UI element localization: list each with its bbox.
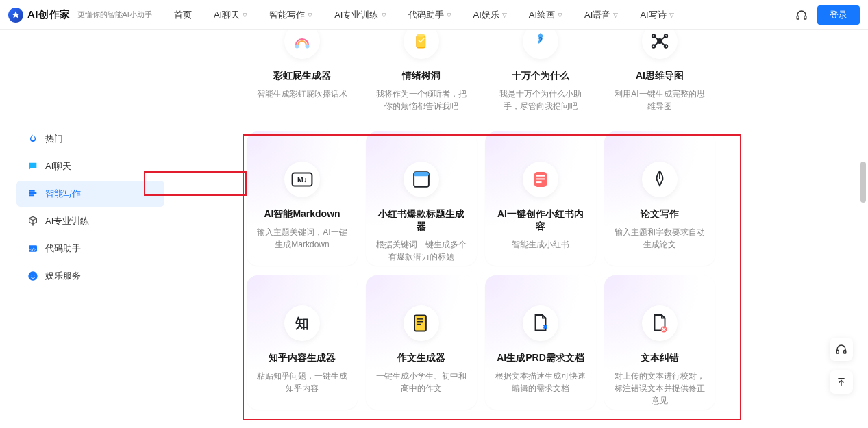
logo-icon (8, 8, 23, 23)
nav-item-5[interactable]: AI娱乐▽ (464, 5, 517, 25)
card-row1-3[interactable]: AI思维导图利用AI一键生成完整的思维导图 (604, 30, 715, 122)
sidebar-item-label: 智能写作 (45, 188, 81, 200)
sidebar-item-3[interactable]: AI专业训练 (16, 208, 164, 234)
card-desc: 输入主题关键词，AI一键生成Markdown (255, 226, 349, 251)
mindmap-icon (642, 30, 678, 59)
svg-rect-24 (414, 172, 429, 176)
svg-text:知: 知 (295, 316, 309, 331)
svg-rect-0 (797, 16, 799, 19)
nav-item-6[interactable]: AI绘画▽ (519, 5, 572, 25)
card-desc: 对上传的文本进行校对，标注错误文本并提供修正意见 (612, 370, 707, 407)
chevron-down-icon: ▽ (669, 12, 674, 18)
card-desc: 一键生成小学生、初中和高中的作文 (374, 370, 469, 394)
sidebar-item-label: AI聊天 (45, 160, 71, 173)
card-row2-0[interactable]: M↓AI智能Markdown输入主题关键词，AI一键生成Markdown (247, 131, 358, 266)
markdown-icon: M↓ (284, 162, 320, 197)
sidebar-item-label: 热门 (45, 133, 63, 145)
card-desc: 根据关键词一键生成多个有爆款潜力的标题 (374, 238, 469, 263)
svg-rect-31 (414, 316, 426, 331)
svg-point-10 (417, 34, 425, 37)
svg-rect-33 (417, 321, 423, 323)
brand-name: AI创作家 (27, 8, 71, 21)
chevron-down-icon: ▽ (382, 12, 386, 18)
svg-rect-37 (844, 351, 846, 354)
card-row1-1[interactable]: 情绪树洞我将作为一个倾听者，把你的烦恼都告诉我吧 (366, 30, 477, 122)
card-title: 小红书爆款标题生成器 (374, 208, 469, 233)
card-row2-1[interactable]: 小红书爆款标题生成器根据关键词一键生成多个有爆款潜力的标题 (366, 131, 477, 266)
card-row3-1[interactable]: 作文生成器一键生成小学生、初中和高中的作文 (366, 275, 477, 410)
nav-item-7[interactable]: AI语音▽ (575, 5, 628, 25)
svg-text:</>: </> (29, 247, 37, 251)
nav-item-4[interactable]: 代码助手▽ (399, 5, 461, 25)
svg-line-17 (654, 36, 660, 42)
sidebar-item-4[interactable]: </>代码助手 (16, 236, 164, 262)
code-icon: </> (27, 243, 38, 254)
smile-icon (27, 270, 38, 281)
nav-item-0[interactable]: 首页 (164, 5, 201, 25)
card-title: 知乎内容生成器 (269, 352, 336, 364)
svg-line-19 (654, 41, 660, 47)
card-desc: 智能生成小红书 (512, 238, 569, 251)
card-desc: 根据文本描述生成可快速编辑的需求文档 (493, 370, 588, 394)
main-content: 彩虹屁生成器智能生成彩虹屁吹捧话术情绪树洞我将作为一个倾听者，把你的烦恼都告诉我… (164, 30, 868, 428)
card-row2-3[interactable]: 论文写作输入主题和字数要求自动生成论文 (604, 131, 715, 266)
chevron-down-icon: ▽ (502, 12, 507, 18)
svg-rect-27 (536, 178, 545, 179)
svg-point-6 (34, 275, 34, 275)
card-title: 作文生成器 (397, 352, 445, 364)
svg-point-7 (295, 45, 299, 49)
nav-item-8[interactable]: AI写诗▽ (630, 5, 683, 25)
nav: 首页AI聊天▽智能写作▽AI专业训练▽代码助手▽AI娱乐▽AI绘画▽AI语音▽A… (164, 5, 795, 25)
sidebar-item-label: AI专业训练 (45, 215, 89, 227)
logo[interactable]: AI创作家 (8, 8, 71, 23)
card-row1-2[interactable]: ?十万个为什么我是十万个为什么小助手，尽管向我提问吧 (485, 30, 596, 122)
chevron-down-icon: ▽ (558, 12, 562, 18)
rainbow-icon (284, 30, 320, 59)
card-title: 十万个为什么 (512, 70, 569, 82)
card-row3-3[interactable]: 文本纠错对上传的文本进行校对，标注错误文本并提供修正意见 (604, 275, 715, 410)
fire-icon (27, 134, 38, 144)
chevron-down-icon: ▽ (308, 12, 312, 18)
svg-text:M↓: M↓ (297, 176, 307, 184)
nav-item-2[interactable]: 智能写作▽ (260, 5, 322, 25)
zhihu-icon: 知 (284, 305, 320, 341)
back-to-top-button[interactable] (830, 370, 853, 394)
sidebar-item-1[interactable]: AI聊天 (16, 153, 164, 179)
card-title: AI生成PRD需求文档 (497, 352, 584, 364)
svg-rect-28 (536, 181, 542, 183)
card-row1-0[interactable]: 彩虹屁生成器智能生成彩虹屁吹捧话术 (247, 30, 358, 122)
sidebar-item-5[interactable]: 娱乐服务 (16, 263, 164, 289)
login-button[interactable]: 登录 (817, 5, 860, 25)
sidebar-item-label: 代码助手 (45, 242, 81, 255)
card-title: 文本纠错 (641, 352, 679, 364)
doc-error-icon (642, 305, 678, 341)
support-button[interactable] (830, 338, 853, 361)
card-title: 彩虹屁生成器 (273, 70, 331, 82)
card-row3-2[interactable]: AI生成PRD需求文档根据文本描述生成可快速编辑的需求文档 (485, 275, 596, 410)
sidebar-item-label: 娱乐服务 (45, 270, 81, 282)
card-desc: 我是十万个为什么小助手，尽管向我提问吧 (493, 88, 588, 112)
svg-text:?: ? (538, 36, 543, 44)
edit-icon (27, 188, 38, 199)
card-desc: 智能生成彩虹屁吹捧话术 (257, 88, 347, 100)
nav-item-3[interactable]: AI专业训练▽ (325, 5, 395, 25)
sidebar-item-0[interactable]: 热门 (16, 126, 164, 152)
pen-icon (642, 162, 678, 197)
chevron-down-icon: ▽ (447, 12, 451, 18)
svg-rect-34 (417, 324, 421, 325)
card-row3-0[interactable]: 知知乎内容生成器粘贴知乎问题，一键生成知乎内容 (247, 275, 358, 410)
scrollbar-thumb[interactable] (860, 162, 866, 203)
question-icon: ? (523, 30, 558, 59)
svg-point-5 (31, 275, 32, 275)
headphone-icon[interactable] (795, 9, 808, 21)
nav-item-1[interactable]: AI聊天▽ (204, 5, 257, 25)
svg-line-18 (660, 36, 666, 42)
card-row2-2[interactable]: AI一键创作小红书内容智能生成小红书 (485, 131, 596, 266)
card-title: AI思维导图 (636, 70, 684, 82)
svg-rect-36 (836, 351, 839, 354)
sidebar-item-2[interactable]: 智能写作 (16, 181, 164, 207)
card-desc: 我将作为一个倾听者，把你的烦恼都告诉我吧 (374, 88, 469, 112)
svg-line-20 (660, 41, 666, 47)
essay-icon (404, 305, 439, 341)
top-actions: 登录 (795, 5, 860, 25)
